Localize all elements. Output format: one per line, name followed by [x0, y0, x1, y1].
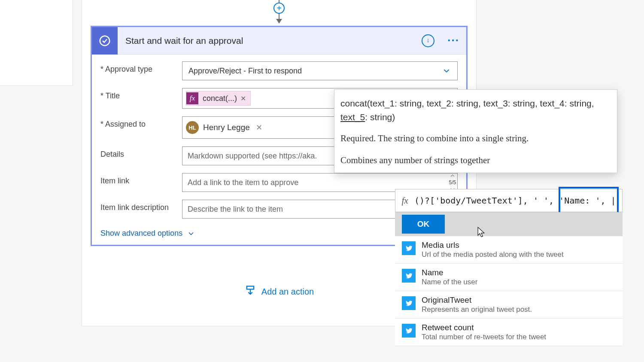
tooltip-signature: concat(text_1: string, text_2: string, t… — [340, 97, 611, 124]
row-approval-type: * Approval type Approve/Reject - First t… — [100, 61, 458, 80]
approval-type-value: Approve/Reject - First to respond — [188, 67, 442, 76]
fx-icon: fx — [186, 92, 198, 104]
svg-point-1 — [428, 39, 428, 40]
tooltip-summary: Combines any number of strings together — [340, 155, 611, 166]
stepper-count: 5/5 — [449, 179, 456, 186]
advanced-options-label: Show advanced options — [100, 229, 182, 238]
expression-input[interactable]: fx ()?['body/TweetText'], ' ', 'Name: ',… — [395, 189, 623, 212]
card-menu-button[interactable]: ··· — [440, 34, 466, 47]
card-header[interactable]: Start and wait for an approval ··· — [92, 27, 466, 55]
connector: + — [82, 0, 476, 26]
function-tooltip: concat(text_1: string, text_2: string, t… — [334, 89, 617, 173]
svg-rect-2 — [428, 40, 428, 42]
dynamic-item-title: OriginalTweet — [422, 295, 532, 305]
person-remove-icon[interactable]: ✕ — [256, 123, 262, 132]
approval-type-label: * Approval type — [100, 61, 182, 74]
item-link-label: Item link — [100, 173, 182, 186]
title-label: * Title — [100, 88, 182, 100]
expression-action-bar: OK — [395, 212, 623, 236]
tooltip-required: Required. The string to combine into a s… — [340, 133, 611, 144]
svg-rect-3 — [247, 286, 254, 289]
svg-point-0 — [100, 36, 110, 46]
approval-type-select[interactable]: Approve/Reject - First to respond — [182, 61, 458, 80]
dynamic-item-desc: Total number of re-tweets for the tweet — [422, 333, 546, 341]
twitter-icon — [402, 296, 416, 310]
dynamic-item-desc: Url of the media posted along with the t… — [422, 250, 564, 259]
token-remove-icon[interactable]: ✕ — [240, 94, 246, 103]
twitter-icon — [402, 241, 416, 255]
chevron-down-icon — [442, 66, 451, 76]
fx-icon: fx — [395, 195, 414, 206]
chevron-down-icon — [187, 229, 195, 238]
details-label: Details — [100, 146, 182, 159]
card-title: Start and wait for an approval — [118, 36, 422, 46]
token-label: concat(...) — [203, 94, 237, 103]
ok-button[interactable]: OK — [402, 215, 445, 234]
dynamic-item-desc: Represents an original tweet post. — [422, 305, 532, 314]
dynamic-item-title: Retweet count — [422, 323, 546, 332]
expression-panel: fx ()?['body/TweetText'], ' ', 'Name: ',… — [395, 189, 623, 346]
approval-icon — [92, 27, 118, 55]
dynamic-item-title: Media urls — [422, 240, 564, 250]
add-action-icon — [244, 285, 256, 299]
item-link-desc-label: Item link description — [100, 200, 182, 212]
person-name: Henry Legge — [203, 123, 250, 132]
add-step-button[interactable]: + — [273, 3, 285, 14]
person-token[interactable]: HL Henry Legge ✕ — [186, 119, 267, 136]
add-action-label: Add an action — [261, 287, 314, 297]
canvas-left-panel — [0, 0, 73, 86]
expression-token[interactable]: fx concat(...) ✕ — [186, 91, 251, 106]
assigned-to-label: * Assigned to — [100, 116, 182, 129]
twitter-icon — [402, 324, 416, 338]
avatar: HL — [186, 121, 199, 134]
arrow-down-icon — [276, 19, 282, 24]
dynamic-item-original-tweet[interactable]: OriginalTweetRepresents an original twee… — [395, 291, 623, 319]
dynamic-content-list: Media urlsUrl of the media posted along … — [395, 236, 623, 346]
info-icon[interactable] — [422, 34, 434, 47]
expression-text: ()?['body/TweetText'], ' ', 'Name: ', | — [414, 195, 622, 206]
dynamic-item-desc: Name of the user — [422, 278, 477, 286]
dynamic-item-retweet-count[interactable]: Retweet countTotal number of re-tweets f… — [395, 319, 623, 346]
dynamic-item-title: Name — [422, 268, 477, 277]
twitter-icon — [402, 269, 416, 283]
dynamic-item-name[interactable]: NameName of the user — [395, 264, 623, 291]
chevron-up-icon — [450, 174, 455, 177]
dynamic-item-media-urls[interactable]: Media urlsUrl of the media posted along … — [395, 236, 623, 264]
